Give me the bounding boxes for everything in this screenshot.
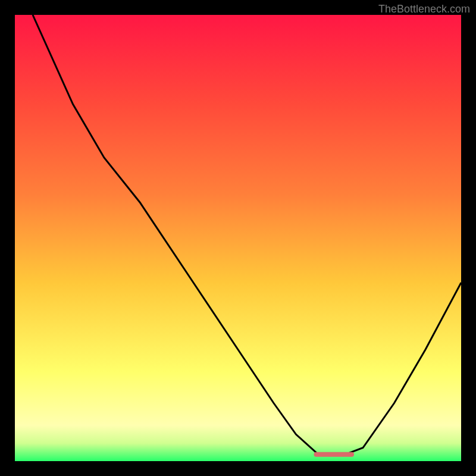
chart-plot-area [15,15,461,461]
gradient-background [15,15,461,461]
watermark-text: TheBottleneck.com [378,3,470,15]
optimal-range-marker [314,452,355,457]
chart-svg [15,15,461,461]
